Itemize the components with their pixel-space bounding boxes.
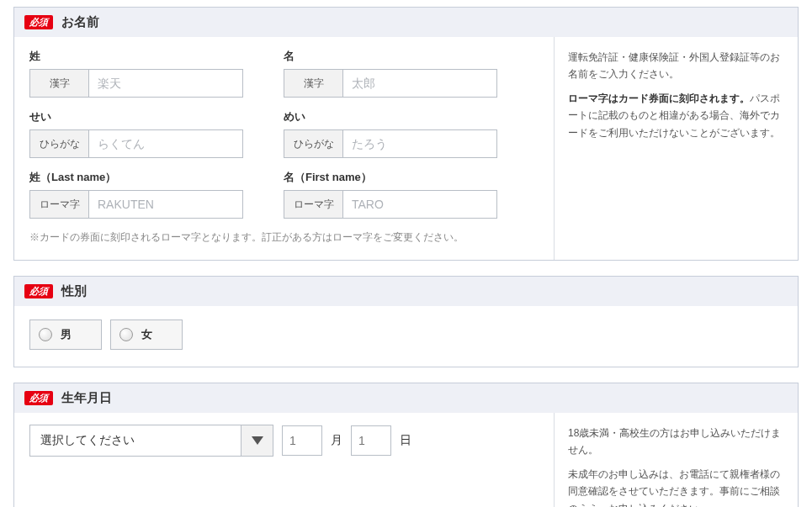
roma-note: ※カードの券面に刻印されるローマ字となります。訂正がある方はローマ字をご変更くだ… (29, 230, 539, 245)
mei-roma-input[interactable] (343, 191, 496, 218)
required-badge: 必須 (24, 15, 53, 29)
gender-section: 必須 性別 男 女 (13, 276, 799, 367)
name-info-2: ローマ字はカード券面に刻印されます。パスポートに記載のものと相違がある場合、海外… (568, 90, 784, 141)
month-unit: 月 (331, 433, 342, 448)
mei-kanji-group: 漢字 (284, 69, 497, 98)
mei-kanji-input[interactable] (343, 70, 496, 97)
sei-roma-prefix: ローマ字 (30, 191, 89, 218)
sei-kana-prefix: ひらがな (30, 130, 89, 157)
gender-male-label: 男 (61, 327, 72, 342)
mei-kana-group: ひらがな (284, 129, 497, 158)
sei-kana-label: せい (29, 109, 243, 124)
day-unit: 日 (400, 433, 411, 448)
sei-roma-label: 姓（Last name） (29, 170, 243, 185)
birth-year-select[interactable]: 選択してください (29, 425, 273, 457)
sei-roma-input[interactable] (89, 191, 242, 218)
gender-female-radio[interactable]: 女 (110, 320, 183, 350)
gender-header: 必須 性別 (14, 277, 798, 306)
required-badge: 必須 (24, 391, 53, 405)
name-info-1: 運転免許証・健康保険証・外国人登録証等のお名前をご入力ください。 (568, 49, 784, 83)
mei-label: 名 (284, 49, 497, 64)
sei-kanji-prefix: 漢字 (30, 70, 89, 97)
name-form-area: 姓 漢字 名 漢字 せい (14, 37, 554, 260)
mei-kana-input[interactable] (343, 130, 496, 157)
mei-roma-label: 名（First name） (284, 170, 497, 185)
name-header: 必須 お名前 (14, 8, 798, 37)
radio-icon (39, 328, 52, 341)
sei-kana-input[interactable] (89, 130, 242, 157)
radio-icon (119, 328, 133, 341)
birth-header: 必須 生年月日 (14, 383, 798, 413)
sei-roma-group: ローマ字 (29, 190, 243, 219)
name-info: 運転免許証・健康保険証・外国人登録証等のお名前をご入力ください。 ローマ字はカー… (554, 37, 798, 260)
birth-month-input[interactable] (282, 425, 322, 456)
mei-roma-group: ローマ字 (284, 190, 497, 219)
mei-kana-label: めい (284, 109, 497, 124)
birth-day-input[interactable] (351, 425, 391, 456)
mei-kanji-prefix: 漢字 (284, 70, 343, 97)
mei-roma-prefix: ローマ字 (284, 191, 343, 218)
mei-kana-prefix: ひらがな (284, 130, 343, 157)
required-badge: 必須 (24, 284, 53, 298)
sei-kana-group: ひらがな (29, 129, 243, 158)
chevron-down-icon (241, 425, 273, 456)
birth-info-2: 未成年のお申し込みは、お電話にて親権者様の同意確認をさせていただきます。事前にご… (568, 466, 784, 507)
name-section: 必須 お名前 姓 漢字 名 漢字 (13, 7, 799, 261)
sei-kanji-group: 漢字 (29, 69, 243, 98)
gender-male-radio[interactable]: 男 (29, 320, 102, 350)
birth-year-placeholder: 選択してください (40, 433, 135, 448)
sei-label: 姓 (29, 49, 243, 64)
birth-section: 必須 生年月日 選択してください 月 日 18歳未満・高校生の方はお申し込みいた… (13, 383, 799, 507)
name-title: お名前 (61, 14, 99, 30)
birth-info-1: 18歳未満・高校生の方はお申し込みいただけません。 (568, 425, 784, 459)
sei-kanji-input[interactable] (89, 70, 242, 97)
gender-title: 性別 (61, 283, 87, 299)
birth-info: 18歳未満・高校生の方はお申し込みいただけません。 未成年のお申し込みは、お電話… (554, 413, 798, 507)
birth-title: 生年月日 (61, 390, 112, 406)
gender-female-label: 女 (141, 327, 152, 342)
